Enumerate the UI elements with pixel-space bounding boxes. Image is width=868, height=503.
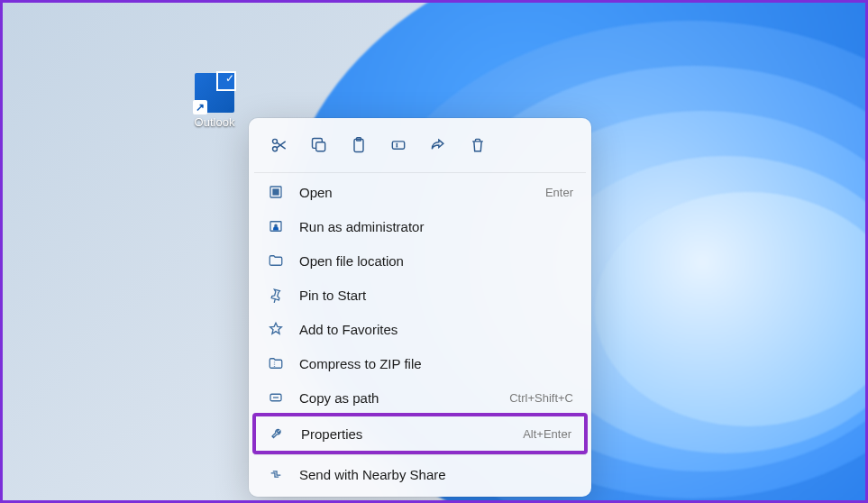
copy-icon — [310, 136, 328, 154]
menu-item-shortcut: Ctrl+Shift+C — [509, 391, 573, 405]
folder-icon — [267, 252, 285, 270]
trash-icon — [469, 136, 487, 154]
menu-send-nearby-share[interactable]: Send with Nearby Share — [254, 457, 586, 491]
copy-button[interactable] — [301, 129, 337, 161]
menu-open[interactable]: Open Enter — [254, 175, 586, 209]
menu-compress-zip[interactable]: Compress to ZIP file — [254, 346, 586, 380]
menu-run-as-admin[interactable]: Run as administrator — [254, 209, 586, 243]
shortcut-label: Outlook — [195, 115, 235, 129]
share-button[interactable] — [420, 129, 456, 161]
context-menu: Open Enter Run as administrator Open fil… — [249, 118, 591, 497]
action-bar — [254, 123, 586, 170]
menu-properties[interactable]: Properties Alt+Enter — [256, 416, 584, 451]
share-icon — [429, 136, 447, 154]
menu-item-label: Copy as path — [299, 390, 509, 406]
menu-item-shortcut: Enter — [545, 186, 573, 199]
nearby-icon — [267, 465, 285, 483]
paste-button[interactable] — [341, 129, 377, 161]
outlook-icon: ✓ ↗ — [195, 73, 234, 113]
menu-item-label: Compress to ZIP file — [299, 356, 573, 371]
menu-pin-to-start[interactable]: Pin to Start — [254, 278, 586, 312]
zip-icon — [267, 354, 285, 372]
properties-highlight: Properties Alt+Enter — [252, 413, 588, 454]
menu-item-label: Add to Favorites — [299, 322, 573, 337]
svg-point-9 — [275, 224, 277, 226]
menu-item-shortcut: Alt+Enter — [523, 427, 571, 441]
menu-item-label: Run as administrator — [299, 219, 573, 234]
rename-icon — [389, 136, 407, 154]
menu-copy-as-path[interactable]: Copy as path Ctrl+Shift+C — [254, 380, 586, 415]
menu-item-label: Open file location — [299, 253, 573, 269]
cut-button[interactable] — [261, 129, 297, 161]
admin-icon — [267, 217, 285, 235]
clipboard-icon — [350, 136, 368, 154]
delete-button[interactable] — [460, 129, 496, 161]
separator — [254, 454, 586, 455]
menu-item-label: Open — [299, 185, 545, 200]
menu-item-label: Properties — [301, 426, 523, 442]
wrench-icon — [269, 425, 287, 443]
svg-rect-7 — [273, 189, 279, 195]
menu-open-file-location[interactable]: Open file location — [254, 243, 586, 278]
outlook-shortcut[interactable]: ✓ ↗ Outlook — [183, 73, 246, 129]
shortcut-overlay-icon: ↗ — [193, 100, 207, 114]
star-icon — [267, 320, 285, 338]
svg-rect-2 — [316, 142, 325, 151]
menu-item-label: Pin to Start — [299, 288, 573, 303]
scissors-icon — [270, 136, 288, 154]
rename-button[interactable] — [380, 129, 416, 161]
separator — [254, 172, 586, 173]
path-icon — [267, 389, 285, 407]
menu-add-to-favorites[interactable]: Add to Favorites — [254, 312, 586, 346]
svg-rect-5 — [392, 142, 404, 149]
pin-icon — [267, 286, 285, 304]
open-icon — [267, 183, 285, 201]
menu-item-label: Send with Nearby Share — [299, 467, 573, 482]
